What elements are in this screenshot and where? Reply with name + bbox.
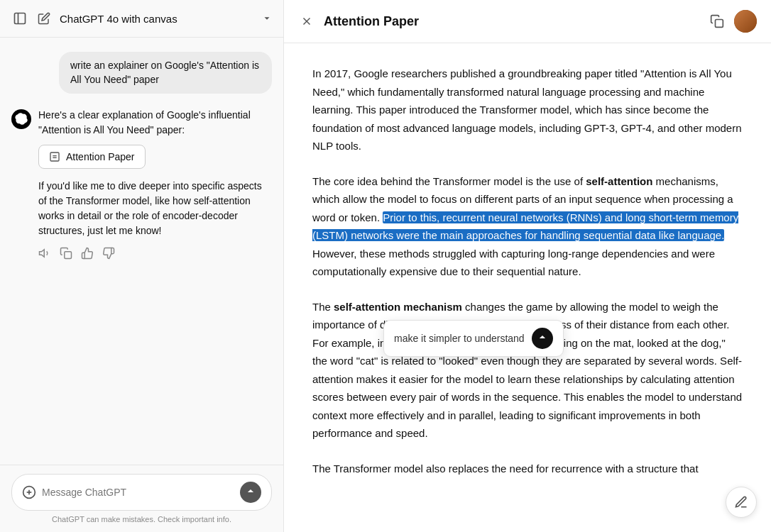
user-avatar[interactable]: [734, 10, 757, 33]
right-panel: Attention Paper In 2017, Google research…: [284, 0, 771, 532]
svg-rect-2: [50, 153, 59, 161]
assistant-message: Here's a clear explanation of Google's i…: [11, 108, 272, 260]
app-title: ChatGPT 4o with canvas: [60, 13, 258, 25]
send-button[interactable]: [240, 482, 261, 503]
canvas-document: In 2017, Google researchers published a …: [284, 43, 771, 532]
canvas-button-label: Attention Paper: [66, 151, 135, 162]
chat-area: write an explainer on Google's "Attentio…: [0, 38, 283, 465]
close-canvas-button[interactable]: [298, 13, 315, 30]
assistant-content: Here's a clear explanation of Google's i…: [38, 108, 272, 260]
canvas-title: Attention Paper: [324, 14, 699, 29]
svg-marker-5: [40, 250, 45, 257]
assistant-intro-text: Here's a clear explanation of Google's i…: [38, 108, 272, 138]
volume-icon[interactable]: [38, 247, 51, 260]
thumbs-down-icon[interactable]: [102, 247, 115, 260]
edit-icon[interactable]: [35, 10, 53, 27]
user-message-bubble: write an explainer on Google's "Attentio…: [59, 52, 272, 94]
attach-icon[interactable]: [22, 485, 36, 499]
canvas-para-1: In 2017, Google researchers published a …: [312, 65, 743, 155]
canvas-document-button[interactable]: Attention Paper: [38, 145, 146, 169]
chevron-down-icon: [262, 13, 272, 23]
canvas-header-actions: [707, 10, 757, 33]
left-panel: ChatGPT 4o with canvas write an explaine…: [0, 0, 284, 532]
copy-icon[interactable]: [60, 247, 72, 260]
chat-input[interactable]: [42, 487, 234, 498]
canvas-para-4: The Transformer model also replaces the …: [312, 460, 743, 478]
input-area: ChatGPT can make mistakes. Check importa…: [0, 465, 283, 532]
canvas-para-2: The core idea behind the Transformer mod…: [312, 172, 743, 281]
sidebar-toggle-icon[interactable]: [11, 10, 28, 27]
input-box: [11, 474, 272, 511]
svg-rect-12: [716, 20, 723, 28]
assistant-followup-text: If you'd like me to dive deeper into spe…: [38, 179, 272, 238]
edit-float-button[interactable]: [726, 487, 757, 518]
thumbs-up-icon[interactable]: [81, 247, 94, 260]
canvas-header: Attention Paper: [284, 0, 771, 43]
copy-canvas-icon[interactable]: [707, 11, 727, 31]
feedback-row: [38, 247, 272, 260]
assistant-avatar: [11, 109, 31, 129]
tooltip-popup: make it simpler to understand: [383, 320, 564, 357]
disclaimer-text: ChatGPT can make mistakes. Check importa…: [11, 511, 272, 526]
svg-rect-0: [15, 13, 26, 24]
tooltip-text: make it simpler to understand: [394, 333, 525, 344]
left-header: ChatGPT 4o with canvas: [0, 0, 283, 38]
tooltip-send-button[interactable]: [532, 328, 553, 349]
svg-rect-6: [65, 252, 72, 259]
